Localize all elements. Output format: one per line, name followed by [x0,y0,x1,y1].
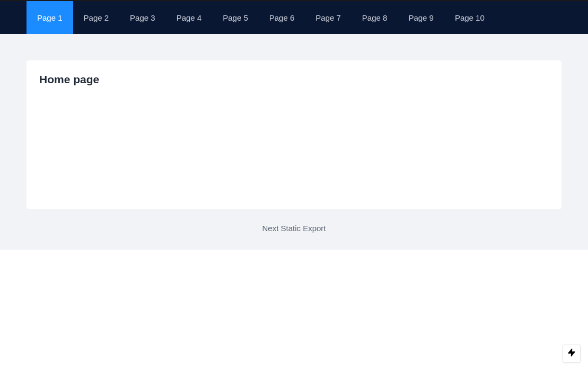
content-area: Home page [0,34,588,209]
nav-item-page-3[interactable]: Page 3 [119,1,166,34]
nav-item-label: Page 10 [455,13,485,22]
footer: Next Static Export [0,209,588,250]
nav-item-page-8[interactable]: Page 8 [352,1,398,34]
nav-item-label: Page 9 [408,13,434,22]
nav-item-label: Page 1 [37,13,63,22]
top-nav: Page 1 Page 2 Page 3 Page 4 Page 5 Page … [0,0,588,34]
nav-item-page-6[interactable]: Page 6 [259,1,305,34]
nav-item-page-2[interactable]: Page 2 [73,1,120,34]
nav-item-page-7[interactable]: Page 7 [305,1,352,34]
footer-text: Next Static Export [262,224,326,233]
page-title: Home page [39,73,549,86]
nav-item-page-5[interactable]: Page 5 [212,1,259,34]
page-wrapper: Page 1 Page 2 Page 3 Page 4 Page 5 Page … [0,0,588,250]
nav-item-label: Page 5 [223,13,248,22]
nav-item-page-9[interactable]: Page 9 [398,1,444,34]
nav-item-label: Page 6 [269,13,295,22]
nav-item-label: Page 4 [177,13,202,22]
main-card: Home page [27,60,561,209]
nav-item-label: Page 3 [130,13,155,22]
nav-item-page-4[interactable]: Page 4 [166,1,213,34]
nav-item-label: Page 7 [315,13,341,22]
nav-item-label: Page 8 [362,13,388,22]
nav-item-page-1[interactable]: Page 1 [27,1,73,34]
nav-item-page-10[interactable]: Page 10 [444,1,495,34]
nav-item-label: Page 2 [84,13,109,22]
